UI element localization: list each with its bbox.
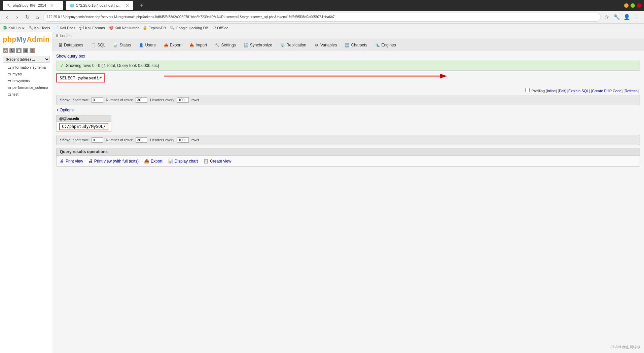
rows-label: rows	[191, 98, 199, 102]
back-button[interactable]: ‹	[3, 13, 11, 22]
sidebar-item-performance-schema[interactable]: performance_schema	[0, 84, 52, 91]
success-icon: ✓	[60, 63, 64, 68]
tab-export[interactable]: 📤 Export	[160, 41, 185, 49]
start-row-input-bottom[interactable]	[92, 137, 103, 143]
options-link[interactable]: + Options	[56, 108, 74, 112]
bookmark-kali-nethunter[interactable]: 🎯 Kali NetHunter	[109, 26, 139, 30]
top-nav-container: 🗄 Databases 📋 SQL 📊 Status 👤 Users	[52, 39, 644, 51]
content-footer	[56, 167, 640, 234]
query-results-operations-box: Query results operations 🖨 Print view 🖨 …	[56, 148, 640, 167]
recent-tables-select[interactable]: (Recent tables) ...	[3, 56, 50, 63]
inline-link[interactable]: Inline	[547, 89, 556, 93]
sidebar-refresh-icon[interactable]: ↻	[9, 48, 15, 53]
databases-icon: 🗄	[58, 43, 63, 47]
sidebar-query-icon[interactable]: 📋	[16, 48, 22, 53]
profiling-checkbox[interactable]	[525, 88, 530, 92]
browser-controls: ‹ › ↻ ⌂ ☆ 🔧 👤 ⋮	[0, 11, 644, 24]
tab-close-1[interactable]: ✕	[50, 3, 54, 8]
tab-engines[interactable]: 🔩 Engines	[371, 41, 399, 49]
table-row: C:/phpStudy/MySQL/	[57, 122, 111, 132]
bookmark-kali-docs[interactable]: 📄 Kali Docs	[54, 26, 75, 30]
query-ops-content: 🖨 Print view 🖨 Print view (with full tex…	[57, 156, 640, 166]
create-view-link[interactable]: 📋 Create view	[203, 158, 231, 164]
start-row-label-bottom: Start row:	[73, 138, 89, 142]
server-link[interactable]: localhost	[60, 34, 74, 38]
bookmark-kali-linux[interactable]: 🐉 Kali Linux	[3, 26, 25, 30]
tab-variables[interactable]: ⚙ Variables	[311, 41, 341, 49]
show-label: Show:	[60, 98, 70, 102]
headers-every-label-bottom: Headers every	[150, 138, 174, 142]
tab-status[interactable]: 📊 Status	[110, 41, 135, 49]
bookmark-kali-tools[interactable]: 🔧 Kali Tools	[29, 26, 50, 30]
edit-link[interactable]: Edit	[559, 89, 565, 93]
engines-icon: 🔩	[375, 43, 380, 47]
home-button[interactable]: ⌂	[33, 13, 42, 22]
top-nav: 🗄 Databases 📋 SQL 📊 Status 👤 Users	[52, 39, 644, 51]
num-rows-label: Number of rows:	[106, 98, 133, 102]
headers-every-input[interactable]	[177, 97, 189, 103]
export-icon: 📤	[164, 43, 169, 47]
tab-charsets[interactable]: 🔤 Charsets	[341, 41, 371, 49]
main-area: 🖥 localhost 🗄 Databases 📋 SQL 📊	[52, 32, 644, 353]
sidebar-home-icon[interactable]: 🏠	[3, 48, 8, 53]
sidebar-logout-icon[interactable]: 🚪	[30, 48, 35, 53]
start-row-input[interactable]	[92, 97, 103, 103]
print-icon: 🖨	[60, 158, 64, 164]
tab-1[interactable]: 🔧 phpStudy 探针 2014 ✕	[3, 1, 63, 10]
export-link[interactable]: 📤 Export	[144, 158, 163, 164]
settings-icon: 🔧	[215, 43, 220, 47]
print-view-full-link[interactable]: 🖨 Print view (with full texts)	[88, 158, 139, 164]
status-icon: 📊	[113, 43, 118, 47]
sidebar-item-information-schema[interactable]: information_schema	[0, 64, 52, 71]
server-icon: 🖥	[55, 34, 59, 38]
bookmark-star[interactable]: ☆	[602, 13, 611, 22]
show-query-box-link[interactable]: Show query box	[56, 54, 85, 59]
address-bar[interactable]	[43, 13, 601, 22]
display-chart-link[interactable]: 📊 Display chart	[168, 158, 198, 164]
account-button[interactable]: 👤	[622, 13, 631, 22]
show-controls-top: Show: Start row: Number of rows: Headers…	[56, 95, 640, 105]
chart-icon: 📊	[168, 158, 173, 164]
print-view-link[interactable]: 🖨 Print view	[60, 158, 83, 164]
tab-replication[interactable]: 📡 Replication	[277, 41, 310, 49]
bookmark-offsec[interactable]: 🛡 OffSec	[212, 26, 228, 30]
num-rows-input[interactable]	[136, 97, 147, 103]
menu-button[interactable]: ⋮	[633, 13, 641, 22]
num-rows-input-bottom[interactable]	[136, 137, 147, 143]
sidebar-settings-icon[interactable]: ⚙	[23, 48, 28, 53]
show-label-bottom: Show:	[60, 138, 70, 142]
maximize-button[interactable]	[631, 3, 635, 8]
new-tab-button[interactable]: +	[137, 2, 146, 9]
close-button[interactable]	[637, 3, 641, 8]
bookmark-kali-forums[interactable]: 💬 Kali Forums	[79, 26, 105, 30]
tab-settings[interactable]: 🔧 Settings	[211, 41, 239, 49]
tab-import[interactable]: 📥 Import	[186, 41, 211, 49]
tab-close-2[interactable]: ✕	[126, 3, 129, 8]
minimize-button[interactable]	[624, 3, 629, 8]
sidebar-item-newyxcms[interactable]: newyxcms	[0, 77, 52, 84]
headers-every-input-bottom[interactable]	[177, 137, 189, 143]
sidebar: phpMyAdmin 🏠 ↻ 📋 ⚙ 🚪 (Recent tables) ...…	[0, 32, 52, 353]
forward-button[interactable]: ›	[13, 13, 22, 22]
sidebar-item-mysql[interactable]: mysql	[0, 71, 52, 77]
bookmark-google-hacking[interactable]: 🔍 Google Hacking DB	[170, 26, 208, 30]
show-controls-bottom: Show: Start row: Number of rows: Headers…	[56, 135, 640, 145]
query-box-wrapper: SELECT @@basedir	[56, 73, 105, 82]
reload-button[interactable]: ↻	[23, 13, 32, 22]
replication-icon: 📡	[280, 43, 285, 47]
bookmark-exploit-db[interactable]: 🔒 Exploit-DB	[143, 26, 166, 30]
export-ops-icon: 📤	[144, 158, 149, 164]
tab-users[interactable]: 👤 Users	[135, 41, 159, 49]
extensions-button[interactable]: 🔧	[612, 13, 621, 22]
tab-2[interactable]: 🌐 172.25.0.15 / localhost | p... ✕	[66, 1, 133, 10]
query-box[interactable]: SELECT @@basedir	[56, 73, 105, 82]
tab-synchronize[interactable]: 🔄 Synchronize	[240, 41, 276, 49]
create-php-code-link[interactable]: Create PHP Code	[592, 89, 621, 93]
tab-databases[interactable]: 🗄 Databases	[54, 41, 87, 49]
watermark: CSDN @山川绿水	[611, 345, 641, 350]
sidebar-item-test[interactable]: test	[0, 91, 52, 98]
tab-sql[interactable]: 📋 SQL	[87, 41, 109, 49]
explain-sql-link[interactable]: Explain SQL	[568, 89, 589, 93]
profiling-row: Profiling [Inline] [Edit] [Explain SQL] …	[56, 88, 640, 93]
refresh-link[interactable]: Refresh	[624, 89, 638, 93]
